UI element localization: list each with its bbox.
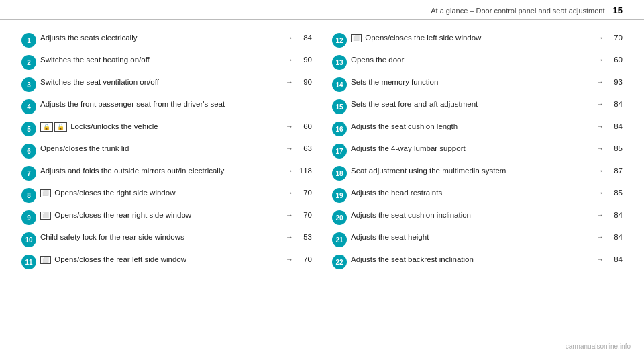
item-number-badge: 1 <box>21 33 36 48</box>
item-description: Adjusts the seat backrest inclination <box>351 254 592 265</box>
item-description: Adjusts and folds the outside mirrors ou… <box>40 165 282 176</box>
right-column: 12⬜ Opens/closes the left side window→70… <box>332 32 623 276</box>
unlock-icon: 🔓 <box>54 122 67 132</box>
item-page-number: 84 <box>608 122 623 130</box>
list-item: 18Seat adjustment using the multimedia s… <box>332 165 623 181</box>
item-description: 🔒🔓 Locks/unlocks the vehicle <box>40 121 282 132</box>
item-number-badge: 9 <box>21 210 36 225</box>
item-arrow: → <box>286 167 293 175</box>
left-column: 1Adjusts the seats electrically→842Switc… <box>21 32 312 276</box>
item-number-badge: 4 <box>21 99 36 114</box>
item-arrow: → <box>286 78 293 86</box>
item-page-number: 53 <box>297 233 312 241</box>
item-arrow: → <box>286 122 293 130</box>
item-number-badge: 18 <box>332 166 347 181</box>
item-number-badge: 7 <box>21 166 36 181</box>
list-item: 1Adjusts the seats electrically→84 <box>21 32 312 48</box>
item-arrow: → <box>596 189 604 197</box>
item-number-badge: 3 <box>21 77 36 92</box>
item-number-badge: 21 <box>332 232 347 247</box>
list-item: 12⬜ Opens/closes the left side window→70 <box>332 32 623 48</box>
item-number-badge: 19 <box>332 188 347 203</box>
item-page-number: 84 <box>608 233 623 241</box>
list-item: 15Sets the seat fore-and-aft adjustment→… <box>332 99 623 114</box>
item-arrow: → <box>596 122 604 130</box>
item-description: Switches the seat heating on/off <box>40 54 282 65</box>
item-description: Adjusts the head restraints <box>351 187 592 198</box>
item-number-badge: 5 <box>21 122 36 136</box>
item-page-number: 70 <box>297 189 312 197</box>
item-arrow: → <box>286 189 293 197</box>
list-item: 20Adjusts the seat cushion inclination→8… <box>332 210 623 225</box>
item-page-number: 118 <box>297 167 312 175</box>
item-page-number: 63 <box>297 144 312 152</box>
item-number-badge: 22 <box>332 255 347 269</box>
item-page-number: 60 <box>608 56 623 64</box>
page-number: 15 <box>613 5 623 15</box>
list-item: 6Opens/closes the trunk lid→63 <box>21 143 312 159</box>
item-description: ⬜ Opens/closes the right side window <box>40 187 282 198</box>
item-description: Adjusts the seat cushion inclination <box>351 210 592 220</box>
item-description: Sets the seat fore-and-aft adjustment <box>351 99 592 109</box>
item-description: Adjusts the seat height <box>351 232 592 242</box>
item-arrow: → <box>596 167 604 175</box>
item-description: Sets the memory function <box>351 77 592 87</box>
item-arrow: → <box>286 255 293 263</box>
item-description: ⬜ Opens/closes the rear left side window <box>40 254 282 265</box>
list-item: 8⬜ Opens/closes the right side window→70 <box>21 187 312 203</box>
lock-icon: 🔒 <box>40 122 53 132</box>
item-page-number: 84 <box>608 211 623 219</box>
item-page-number: 60 <box>297 122 312 130</box>
item-number-badge: 16 <box>332 122 347 136</box>
list-item: 16Adjusts the seat cushion length→84 <box>332 121 623 136</box>
window-icon: ⬜ <box>40 212 51 220</box>
item-arrow: → <box>286 144 293 152</box>
item-page-number: 84 <box>608 100 623 108</box>
item-arrow: → <box>286 34 293 42</box>
item-page-number: 70 <box>608 34 623 42</box>
list-item: 22Adjusts the seat backrest inclination→… <box>332 254 623 269</box>
item-page-number: 84 <box>297 34 312 42</box>
item-description: Switches the seat ventilation on/off <box>40 77 282 87</box>
item-arrow: → <box>286 56 293 64</box>
item-page-number: 90 <box>297 78 312 86</box>
window-icon: ⬜ <box>351 34 362 42</box>
list-item: 3Switches the seat ventilation on/off→90 <box>21 77 312 92</box>
item-description: ⬜ Opens/closes the left side window <box>351 32 592 43</box>
item-arrow: → <box>596 211 604 219</box>
item-arrow: → <box>286 233 293 241</box>
item-page-number: 93 <box>608 78 623 86</box>
item-number-badge: 15 <box>332 99 347 114</box>
item-number-badge: 6 <box>21 144 36 159</box>
item-page-number: 90 <box>297 56 312 64</box>
item-arrow: → <box>596 233 604 241</box>
list-item: 17Adjusts the 4-way lumbar support→85 <box>332 143 623 159</box>
list-item: 7Adjusts and folds the outside mirrors o… <box>21 165 312 181</box>
item-arrow: → <box>596 56 604 64</box>
main-content: 1Adjusts the seats electrically→842Switc… <box>0 20 644 276</box>
item-page-number: 85 <box>608 189 623 197</box>
list-item: 14Sets the memory function→93 <box>332 77 623 92</box>
item-number-badge: 11 <box>21 255 36 269</box>
list-item: 2Switches the seat heating on/off→90 <box>21 54 312 70</box>
watermark: carmanualsonline.info <box>566 343 631 350</box>
item-number-badge: 20 <box>332 210 347 225</box>
list-item: 10Child safety lock for the rear side wi… <box>21 232 312 247</box>
item-number-badge: 10 <box>21 232 36 247</box>
item-page-number: 87 <box>608 167 623 175</box>
item-page-number: 70 <box>297 211 312 219</box>
item-description: Adjusts the front passenger seat from th… <box>40 99 312 109</box>
list-item: 4Adjusts the front passenger seat from t… <box>21 99 312 114</box>
window-icon: ⬜ <box>40 189 51 197</box>
list-item: 19Adjusts the head restraints→85 <box>332 187 623 203</box>
item-arrow: → <box>596 78 604 86</box>
item-description: Adjusts the seat cushion length <box>351 121 592 132</box>
list-item: 21Adjusts the seat height→84 <box>332 232 623 247</box>
item-description: Opens/closes the trunk lid <box>40 143 282 154</box>
item-description: Opens the door <box>351 54 592 65</box>
page-header: At a glance – Door control panel and sea… <box>0 0 644 20</box>
item-arrow: → <box>596 144 604 152</box>
item-number-badge: 12 <box>332 33 347 48</box>
window-icon: ⬜ <box>40 256 51 264</box>
item-number-badge: 14 <box>332 77 347 92</box>
